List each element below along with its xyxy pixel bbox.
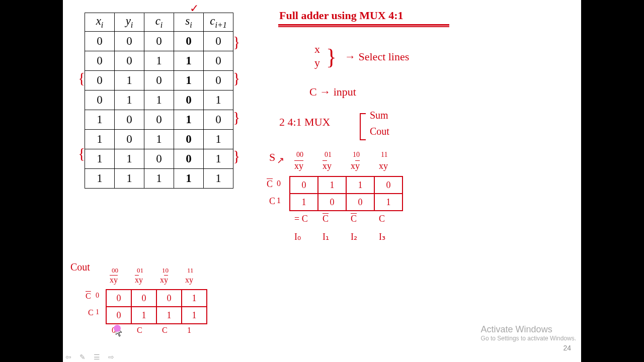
truth-cell: 0 xyxy=(204,51,233,71)
kmap-cell: 0 xyxy=(290,176,318,194)
cout-row1-bit: 1 xyxy=(96,308,99,316)
cout-row1-hdr: C xyxy=(88,308,94,317)
cursor-icon xyxy=(116,327,123,337)
activate-windows-watermark: Activate Windows Go to Settings to activ… xyxy=(481,324,576,342)
mux-cout: Cout xyxy=(370,126,389,137)
truth-cell: 0 xyxy=(144,149,174,169)
cout-col-bits: 01 xyxy=(137,266,143,275)
brace-right-4-icon: } xyxy=(233,148,240,163)
brace-right-3-icon: } xyxy=(233,110,240,125)
brace-right-1-icon: } xyxy=(233,34,240,49)
truth-cell: 1 xyxy=(85,130,115,149)
kmap-cell: 1 xyxy=(182,307,207,324)
truth-cell: 1 xyxy=(144,51,174,71)
kmap-cell: 0 xyxy=(156,290,182,307)
sum-S: S xyxy=(269,151,275,164)
sum-out: C xyxy=(351,214,357,224)
th-s: si xyxy=(174,13,204,32)
c-input: C → input xyxy=(309,85,356,99)
kmap-cell: 1 xyxy=(182,290,207,307)
truth-cell: 0 xyxy=(144,71,174,90)
sum-out: C xyxy=(379,214,385,224)
select-x: x xyxy=(314,43,320,56)
sum-row0-hdr: C xyxy=(267,179,273,190)
cout-col-hdr: xy xyxy=(185,276,193,285)
sum-col-hdr: xy xyxy=(294,161,303,171)
truth-table: xi yi ci si ci+1 00000001100101001101100… xyxy=(85,13,233,189)
truth-cell: 1 xyxy=(204,130,233,149)
presenter-nav[interactable]: ⇦ ✎ ☰ ⇨ xyxy=(65,353,117,361)
th-x: xi xyxy=(85,13,115,32)
two-mux: 2 4:1 MUX xyxy=(279,116,330,129)
sum-out: C xyxy=(323,214,329,224)
truth-cell: 1 xyxy=(115,169,144,189)
truth-cell: 0 xyxy=(85,90,115,110)
watermark-line1: Activate Windows xyxy=(481,324,576,335)
sum-kmap-table: 01101001 xyxy=(289,176,403,211)
title-underline2 xyxy=(278,26,449,27)
brace-right-2-icon: } xyxy=(233,70,240,85)
kmap-cell: 1 xyxy=(318,176,346,194)
truth-cell: 0 xyxy=(174,90,204,110)
truth-cell: 0 xyxy=(115,130,144,149)
sum-col-hdr: xy xyxy=(351,161,360,171)
sum-col-bits: 01 xyxy=(325,151,332,159)
cout-out: C xyxy=(162,326,168,335)
truth-cell: 1 xyxy=(204,169,233,189)
truth-cell: 0 xyxy=(85,71,115,90)
truth-cell: 0 xyxy=(115,110,144,130)
page-number: 24 xyxy=(563,344,571,352)
truth-cell: 1 xyxy=(144,169,174,189)
cout-title: Cout xyxy=(70,261,90,273)
kmap-cell: 0 xyxy=(106,307,131,324)
kmap-cell: 1 xyxy=(131,307,156,324)
truth-cell: 0 xyxy=(85,51,115,71)
truth-cell: 1 xyxy=(174,110,204,130)
cout-col-hdr: xy xyxy=(160,276,168,285)
cout-row0-hdr: C xyxy=(86,292,91,301)
sum-input-label: I₀ xyxy=(294,231,301,242)
kmap-cell: 0 xyxy=(131,290,156,307)
truth-cell: 1 xyxy=(115,90,144,110)
cout-col-bits: 00 xyxy=(112,266,118,275)
slide-area: xi yi ci si ci+1 00000001100101001101100… xyxy=(63,0,581,362)
truth-cell: 1 xyxy=(115,149,144,169)
truth-cell: 0 xyxy=(204,32,233,51)
sum-col-bits: 10 xyxy=(353,151,360,159)
truth-cell: 0 xyxy=(204,71,233,90)
sum-col-bits: 00 xyxy=(296,151,303,159)
brace-left-2-icon: { xyxy=(78,146,85,161)
sum-input-label: I₃ xyxy=(379,231,385,242)
truth-cell: 0 xyxy=(144,110,174,130)
truth-cell: 1 xyxy=(115,71,144,90)
truth-cell: 1 xyxy=(85,169,115,189)
kmap-cell: 0 xyxy=(318,194,346,211)
truth-cell: 0 xyxy=(115,51,144,71)
cout-out: C xyxy=(137,326,142,335)
sum-arrow-icon: ↗ xyxy=(277,155,284,166)
truth-cell: 0 xyxy=(115,32,144,51)
truth-cell: 0 xyxy=(174,32,204,51)
kmap-cell: 0 xyxy=(106,290,131,307)
cout-col-hdr: xy xyxy=(135,276,143,285)
mux-sum: Sum xyxy=(370,110,388,121)
truth-cell: 0 xyxy=(144,32,174,51)
truth-cell: 0 xyxy=(85,32,115,51)
title-text: Full adder using MUX 4:1 xyxy=(279,9,404,22)
truth-cell: 0 xyxy=(174,149,204,169)
truth-cell: 1 xyxy=(174,169,204,189)
sum-input-label: I₂ xyxy=(351,231,357,242)
truth-cell: 1 xyxy=(144,90,174,110)
title-underline xyxy=(278,24,449,26)
watermark-line2: Go to Settings to activate Windows. xyxy=(481,335,576,342)
sum-row1-bit: 1 xyxy=(277,196,281,205)
cout-kmap-table: 00010111 xyxy=(106,289,207,324)
cout-col-bits: 11 xyxy=(187,266,194,275)
th-c: ci xyxy=(144,13,174,32)
kmap-cell: 1 xyxy=(346,176,374,194)
th-y: yi xyxy=(115,13,144,32)
select-y: y xyxy=(314,56,320,69)
brace-left-1-icon: { xyxy=(78,70,85,85)
tick-mark-icon: ✓ xyxy=(190,3,199,14)
sum-row0-bit: 0 xyxy=(277,179,281,188)
